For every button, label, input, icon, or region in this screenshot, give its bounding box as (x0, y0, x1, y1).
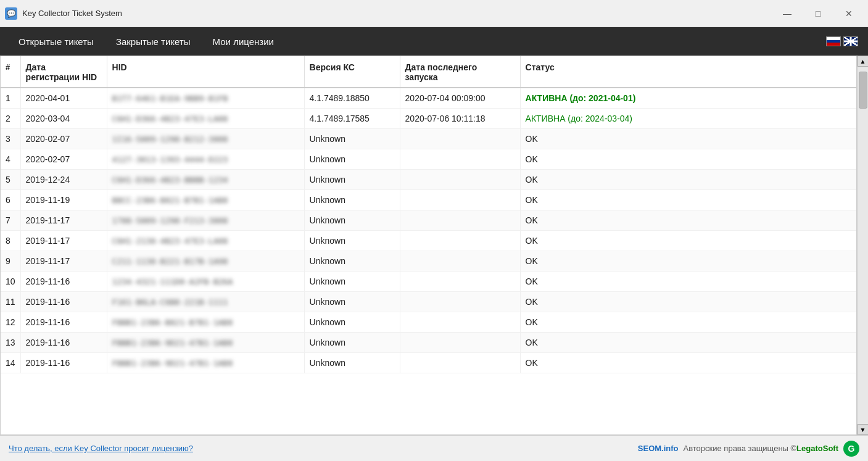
cell-status: OK (520, 353, 856, 373)
table-row[interactable]: 8 2019-11-17 C6H1-2138-4B23-47E3-LA08 Un… (1, 231, 856, 251)
cell-hid: 1I16-5809-1298-B212-3808 (107, 129, 304, 149)
cell-version: Unknown (304, 210, 400, 231)
cell-hid: FBBB1-23B6-9D21-47B1-1AB8 (107, 333, 304, 353)
table-row[interactable]: 14 2019-11-16 FBBB1-23B6-9D21-47B1-1AB8 … (1, 353, 856, 373)
menu-item-closed-tickets[interactable]: Закрытые тикеты (107, 31, 199, 52)
menu-item-open-tickets[interactable]: Открытые тикеты (10, 31, 102, 52)
cell-version: Unknown (304, 312, 400, 333)
cell-last-run (400, 251, 520, 272)
cell-date: 2020-04-01 (20, 88, 107, 109)
cell-last-run (400, 333, 520, 353)
cell-status: OK (520, 149, 856, 170)
cell-last-run (400, 190, 520, 210)
cell-num: 4 (1, 149, 20, 170)
footer-right: SEOM.info Авторские права защищены ©Lega… (638, 441, 859, 457)
cell-date: 2020-03-04 (20, 109, 107, 129)
title-bar: 💬 Key Collector Ticket System — □ ✕ (0, 0, 868, 27)
table-header-row: # Дата регистрации HID HID Версия КС Дат… (1, 56, 856, 88)
cell-date: 2019-11-16 (20, 272, 107, 292)
cell-version: Unknown (304, 190, 400, 210)
table-row[interactable]: 6 2019-11-19 BBCC-23B6-B821-B7B1-1AB8 Un… (1, 190, 856, 210)
cell-last-run (400, 353, 520, 373)
cell-version: Unknown (304, 129, 400, 149)
table-row[interactable]: 3 2020-02-07 1I16-5809-1298-B212-3808 Un… (1, 129, 856, 149)
cell-num: 3 (1, 129, 20, 149)
cell-hid: 1788-5809-1298-F213-3808 (107, 210, 304, 231)
table-row[interactable]: 7 2019-11-17 1788-5809-1298-F213-3808 Un… (1, 210, 856, 231)
cell-last-run (400, 149, 520, 170)
table-row[interactable]: 4 2020-02-07 4127-3013-1393-4444-D223 Un… (1, 149, 856, 170)
table-row[interactable]: 12 2019-11-16 FBBB1-23B6-B821-B7B1-1AB8 … (1, 312, 856, 333)
licenses-table-area[interactable]: # Дата регистрации HID HID Версия КС Дат… (0, 56, 857, 435)
window-controls: — □ ✕ (773, 4, 863, 23)
cell-version: Unknown (304, 251, 400, 272)
table-row[interactable]: 13 2019-11-16 FBBB1-23B6-9D21-47B1-1AB8 … (1, 333, 856, 353)
cell-hid: FBBB1-23B6-B821-B7B1-1AB8 (107, 312, 304, 333)
scroll-track[interactable] (858, 67, 869, 424)
cell-hid: C211-1138-B221-B17B-1A98 (107, 251, 304, 272)
table-row[interactable]: 9 2019-11-17 C211-1138-B221-B17B-1A98 Un… (1, 251, 856, 272)
cell-date: 2019-11-19 (20, 190, 107, 210)
feedback-button[interactable]: G (843, 441, 859, 457)
cell-last-run: 2020-07-04 00:09:00 (400, 88, 520, 109)
cell-version: Unknown (304, 149, 400, 170)
cell-num: 11 (1, 292, 20, 312)
cell-hid: C6H1-2138-4B23-47E3-LA08 (107, 231, 304, 251)
table-row[interactable]: 10 2019-11-16 1234-4321-111D0-A2FB-B26A … (1, 272, 856, 292)
scroll-down-button[interactable]: ▼ (858, 424, 869, 435)
cell-hid: C6H1-D366-4B23-BBBB-1234 (107, 170, 304, 190)
cell-date: 2019-11-17 (20, 210, 107, 231)
cell-hid: BBCC-23B6-B821-B7B1-1AB8 (107, 190, 304, 210)
cell-status: OK (520, 231, 856, 251)
cell-date: 2019-12-24 (20, 170, 107, 190)
cell-hid: B1T7-6461-B1EA-9BB9-B1FB (107, 88, 304, 109)
cell-last-run (400, 129, 520, 149)
scroll-up-button[interactable]: ▲ (858, 56, 869, 67)
cell-status: OK (520, 333, 856, 353)
cell-date: 2020-02-07 (20, 129, 107, 149)
table-row[interactable]: 11 2019-11-16 F161-B6LA-C6B8-221B-1111 U… (1, 292, 856, 312)
close-button[interactable]: ✕ (835, 4, 863, 23)
col-header-version: Версия КС (304, 56, 400, 88)
table-row[interactable]: 2 2020-03-04 C6H1-D366-4B23-47E3-LA08 4.… (1, 109, 856, 129)
cell-status: АКТИВНА (до: 2021-04-01) (520, 88, 856, 109)
minimize-button[interactable]: — (773, 4, 801, 23)
cell-status: OK (520, 292, 856, 312)
cell-hid: 1234-4321-111D0-A2FB-B26A (107, 272, 304, 292)
cell-last-run (400, 231, 520, 251)
cell-last-run: 2020-07-06 10:11:18 (400, 109, 520, 129)
flag-english[interactable] (843, 36, 858, 46)
help-link[interactable]: Что делать, если Key Collector просит ли… (9, 444, 193, 453)
legatosoft-label: LegatoSoft (796, 444, 838, 453)
cell-version: Unknown (304, 292, 400, 312)
cell-date: 2020-02-07 (20, 149, 107, 170)
cell-num: 12 (1, 312, 20, 333)
cell-num: 10 (1, 272, 20, 292)
cell-status: OK (520, 190, 856, 210)
vertical-scrollbar[interactable]: ▲ ▼ (857, 56, 868, 435)
cell-status: OK (520, 210, 856, 231)
cell-hid: FBBB1-23B6-9D21-47B1-1AB8 (107, 353, 304, 373)
cell-num: 1 (1, 88, 20, 109)
cell-status: OK (520, 251, 856, 272)
cell-date: 2019-11-16 (20, 353, 107, 373)
cell-version: 4.1.7489.17585 (304, 109, 400, 129)
table-row[interactable]: 5 2019-12-24 C6H1-D366-4B23-BBBB-1234 Un… (1, 170, 856, 190)
licenses-table: # Дата регистрации HID HID Версия КС Дат… (1, 56, 856, 373)
table-row[interactable]: 1 2020-04-01 B1T7-6461-B1EA-9BB9-B1FB 4.… (1, 88, 856, 109)
col-header-last-run: Дата последнегозапуска (400, 56, 520, 88)
menu-bar: Открытые тикеты Закрытые тикеты Мои лице… (0, 27, 868, 56)
title-bar-left: 💬 Key Collector Ticket System (5, 7, 122, 20)
scroll-thumb[interactable] (859, 72, 867, 109)
cell-last-run (400, 312, 520, 333)
flag-russian[interactable] (826, 36, 841, 46)
cell-num: 7 (1, 210, 20, 231)
cell-status: OK (520, 272, 856, 292)
app-icon: 💬 (5, 7, 17, 20)
col-header-reg-date: Дата регистрации HID (20, 56, 107, 88)
seom-link[interactable]: SEOM.info (638, 444, 679, 453)
cell-status: OK (520, 312, 856, 333)
window-title: Key Collector Ticket System (22, 9, 122, 18)
maximize-button[interactable]: □ (804, 4, 832, 23)
menu-item-my-licenses[interactable]: Мои лицензии (204, 31, 283, 52)
